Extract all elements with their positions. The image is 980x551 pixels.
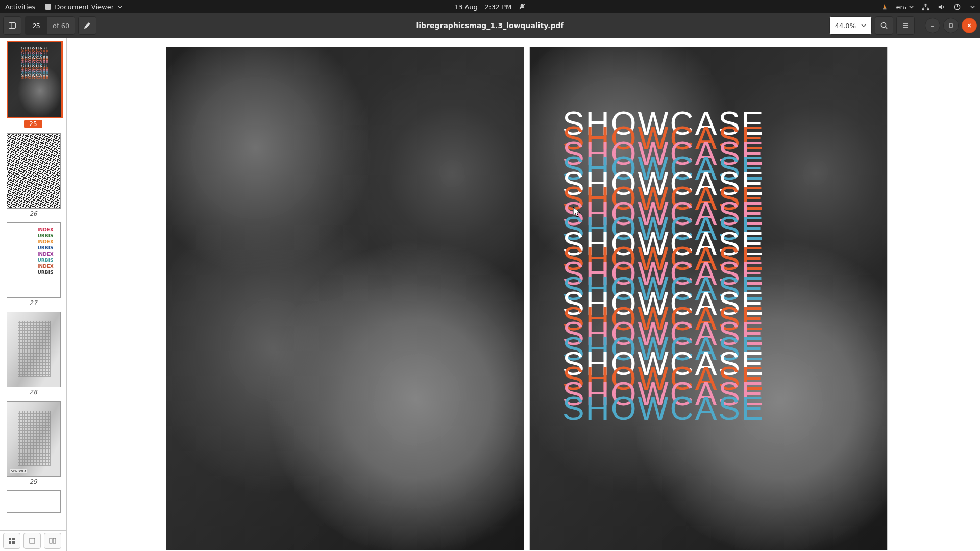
zoom-value: 44.0% [835,22,856,30]
chevron-down-icon [118,5,122,9]
page-spread: SHOWCASESHOWCASESHOWCASESHOWCASESHOWCASE… [166,47,887,550]
hamburger-menu-button[interactable] [896,16,915,35]
thumbnail-page-25[interactable]: SHOWCASESHOWCASESHOWCASESHOWCASESHOWCASE… [7,41,60,128]
document-canvas[interactable]: SHOWCASESHOWCASESHOWCASESHOWCASESHOWCASE… [67,38,980,551]
maximize-icon [948,22,954,29]
thumbnail-number: 27 [7,299,60,307]
svg-rect-1 [46,5,50,5]
clock-date[interactable]: 13 Aug [454,3,478,11]
window-close-button[interactable] [962,18,977,33]
svg-rect-25 [12,541,15,544]
page-total-label: of 60 [47,22,75,30]
input-source-indicator[interactable]: en₁ [896,3,914,11]
svg-rect-22 [9,538,11,540]
search-button[interactable] [875,16,893,35]
thumbnail-list[interactable]: SHOWCASESHOWCASESHOWCASESHOWCASESHOWCASE… [0,38,66,530]
window-minimize-button[interactable] [925,18,940,33]
svg-rect-6 [925,3,927,5]
sidebar-icon [8,21,16,30]
svg-point-13 [881,23,886,28]
window-maximize-button[interactable] [943,18,959,33]
svg-rect-5 [883,9,886,10]
thumbnail-page-29[interactable]: VENDOLA 29 [7,401,60,485]
thumbnail-page-28[interactable]: 28 [7,312,60,396]
hamburger-icon [901,21,910,30]
svg-rect-3 [46,7,48,7]
thumbnail-page-27[interactable]: INDEXURBISINDEXURBISINDEXURBISINDEXURBIS… [7,222,60,307]
toggle-sidebar-button[interactable] [3,16,21,35]
svg-rect-19 [949,24,952,27]
power-icon[interactable] [953,3,961,11]
sidebar-footer [0,530,66,551]
svg-rect-28 [53,538,56,543]
thumbnail-number: 28 [7,389,60,396]
sidebar-view-outline-button[interactable] [23,533,41,549]
activities-button[interactable]: Activities [5,3,35,11]
svg-rect-27 [50,538,52,543]
workspace: SHOWCASESHOWCASESHOWCASESHOWCASESHOWCASE… [0,38,980,551]
app-headerbar: of 60 libregraphicsmag_1.3_lowquality.pd… [0,13,980,38]
page-number-input[interactable] [25,17,47,34]
annotate-button[interactable] [78,16,96,35]
app-menu[interactable]: Document Viewer [44,3,122,11]
search-icon [880,21,888,30]
chevron-down-icon [970,5,975,9]
svg-rect-2 [46,6,50,6]
app-menu-label: Document Viewer [55,3,114,11]
notifications-muted-icon[interactable] [519,3,526,10]
document-title: libregraphicsmag_1.3_lowquality.pdf [416,21,564,30]
sidebar-view-annotations-button[interactable] [44,533,61,549]
thumbnail-page-26[interactable]: 26 [7,133,60,217]
network-wired-icon[interactable] [922,3,929,11]
clock-time[interactable]: 2:32 PM [485,3,511,11]
thumbnail-number: 25 [24,120,42,128]
gnome-top-bar: Activities Document Viewer 13 Aug 2:32 P… [0,0,980,13]
thumbnail-number: 26 [7,210,60,217]
page-left [166,47,524,550]
svg-rect-11 [9,23,16,29]
page-right: SHOWCASESHOWCASESHOWCASESHOWCASESHOWCASE… [530,47,887,550]
showcase-text-art: SHOWCASESHOWCASESHOWCASESHOWCASESHOWCASE… [562,116,867,417]
pencil-icon [83,21,91,30]
close-icon [966,22,972,29]
chevron-down-icon [909,5,914,9]
minimize-icon [929,22,936,29]
zoom-selector[interactable]: 44.0% [829,16,872,35]
svg-rect-7 [922,8,924,10]
thumbnail-sidebar: SHOWCASESHOWCASESHOWCASESHOWCASESHOWCASE… [0,38,67,551]
chevron-down-icon [861,23,866,28]
svg-rect-24 [9,541,11,544]
document-viewer-icon [44,3,52,10]
vlc-cone-icon[interactable] [881,3,888,10]
thumbnail-number: 29 [7,478,60,485]
volume-icon[interactable] [938,3,945,11]
outline-icon [29,537,36,544]
grid-icon [8,537,15,544]
svg-rect-23 [12,538,15,540]
svg-rect-8 [927,8,929,10]
page-selector: of 60 [24,16,75,35]
dual-page-icon [49,537,56,544]
thumbnail-page-30[interactable] [7,490,60,513]
sidebar-view-grid-button[interactable] [3,533,20,549]
svg-line-14 [886,27,887,29]
